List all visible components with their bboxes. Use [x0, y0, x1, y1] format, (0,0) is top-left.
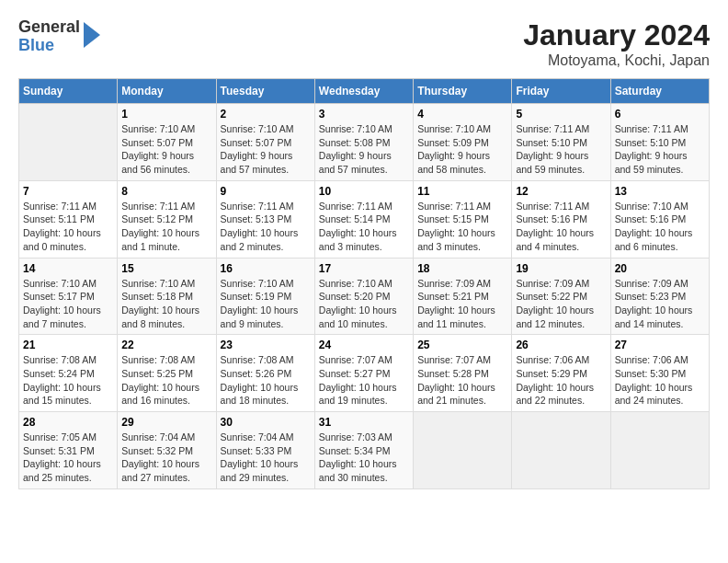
day-info: Sunrise: 7:09 AM Sunset: 5:23 PM Dayligh… — [615, 277, 705, 331]
day-cell: 11Sunrise: 7:11 AM Sunset: 5:15 PM Dayli… — [414, 180, 512, 258]
day-number: 29 — [121, 416, 211, 429]
day-cell: 27Sunrise: 7:06 AM Sunset: 5:30 PM Dayli… — [610, 335, 709, 412]
day-info: Sunrise: 7:05 AM Sunset: 5:31 PM Dayligh… — [23, 431, 113, 485]
calendar-subtitle: Motoyama, Kochi, Japan — [523, 52, 710, 69]
day-number: 13 — [615, 185, 705, 198]
day-cell: 29Sunrise: 7:04 AM Sunset: 5:32 PM Dayli… — [118, 412, 216, 489]
day-number: 21 — [23, 339, 113, 351]
header-cell-saturday: Saturday — [610, 79, 709, 104]
day-number: 3 — [319, 108, 409, 121]
day-number: 18 — [417, 262, 507, 275]
day-number: 23 — [221, 339, 311, 351]
day-number: 22 — [121, 339, 211, 351]
day-cell: 31Sunrise: 7:03 AM Sunset: 5:34 PM Dayli… — [314, 412, 413, 489]
page-header: General Blue January 2024 Motoyama, Koch… — [18, 18, 710, 69]
day-info: Sunrise: 7:07 AM Sunset: 5:27 PM Dayligh… — [319, 353, 409, 408]
day-number: 24 — [319, 339, 409, 351]
day-cell: 15Sunrise: 7:10 AM Sunset: 5:18 PM Dayli… — [118, 258, 216, 335]
day-cell: 4Sunrise: 7:10 AM Sunset: 5:09 PM Daylig… — [414, 104, 512, 181]
day-cell: 8Sunrise: 7:11 AM Sunset: 5:12 PM Daylig… — [118, 180, 216, 258]
day-cell: 13Sunrise: 7:10 AM Sunset: 5:16 PM Dayli… — [610, 180, 709, 258]
week-row-3: 14Sunrise: 7:10 AM Sunset: 5:17 PM Dayli… — [19, 258, 710, 335]
day-info: Sunrise: 7:07 AM Sunset: 5:28 PM Dayligh… — [417, 353, 507, 408]
logo: General Blue — [18, 18, 100, 55]
day-cell: 2Sunrise: 7:10 AM Sunset: 5:07 PM Daylig… — [216, 104, 314, 181]
day-cell: 6Sunrise: 7:11 AM Sunset: 5:10 PM Daylig… — [610, 104, 709, 181]
header-cell-sunday: Sunday — [19, 79, 118, 104]
day-number: 27 — [615, 339, 705, 351]
day-number: 20 — [615, 262, 705, 275]
day-info: Sunrise: 7:11 AM Sunset: 5:12 PM Dayligh… — [121, 200, 211, 254]
day-cell: 9Sunrise: 7:11 AM Sunset: 5:13 PM Daylig… — [216, 180, 314, 258]
day-cell: 3Sunrise: 7:10 AM Sunset: 5:08 PM Daylig… — [314, 104, 413, 181]
day-number: 25 — [417, 339, 507, 351]
day-number: 1 — [121, 108, 211, 121]
day-number: 2 — [221, 108, 311, 121]
week-row-1: 1Sunrise: 7:10 AM Sunset: 5:07 PM Daylig… — [19, 104, 710, 181]
day-number: 9 — [221, 185, 311, 198]
day-number: 19 — [516, 262, 606, 275]
day-cell — [610, 412, 709, 489]
day-info: Sunrise: 7:11 AM Sunset: 5:13 PM Dayligh… — [221, 200, 311, 254]
day-cell: 22Sunrise: 7:08 AM Sunset: 5:25 PM Dayli… — [118, 335, 216, 412]
day-info: Sunrise: 7:11 AM Sunset: 5:16 PM Dayligh… — [516, 200, 606, 254]
calendar-header: SundayMondayTuesdayWednesdayThursdayFrid… — [19, 79, 710, 104]
day-cell — [512, 412, 610, 489]
day-cell — [19, 104, 118, 181]
day-info: Sunrise: 7:10 AM Sunset: 5:20 PM Dayligh… — [319, 277, 409, 331]
day-info: Sunrise: 7:09 AM Sunset: 5:21 PM Dayligh… — [417, 277, 507, 331]
day-info: Sunrise: 7:09 AM Sunset: 5:22 PM Dayligh… — [516, 277, 606, 331]
day-number: 7 — [23, 185, 113, 198]
header-row: SundayMondayTuesdayWednesdayThursdayFrid… — [19, 79, 710, 104]
day-number: 26 — [516, 339, 606, 351]
day-number: 31 — [319, 416, 409, 429]
day-cell: 18Sunrise: 7:09 AM Sunset: 5:21 PM Dayli… — [414, 258, 512, 335]
day-cell: 10Sunrise: 7:11 AM Sunset: 5:14 PM Dayli… — [314, 180, 413, 258]
day-info: Sunrise: 7:06 AM Sunset: 5:29 PM Dayligh… — [516, 353, 606, 408]
day-cell — [414, 412, 512, 489]
day-info: Sunrise: 7:11 AM Sunset: 5:15 PM Dayligh… — [417, 200, 507, 254]
week-row-4: 21Sunrise: 7:08 AM Sunset: 5:24 PM Dayli… — [19, 335, 710, 412]
header-cell-monday: Monday — [118, 79, 216, 104]
day-number: 10 — [319, 185, 409, 198]
day-info: Sunrise: 7:08 AM Sunset: 5:24 PM Dayligh… — [23, 353, 113, 408]
header-cell-friday: Friday — [512, 79, 610, 104]
day-cell: 26Sunrise: 7:06 AM Sunset: 5:29 PM Dayli… — [512, 335, 610, 412]
week-row-5: 28Sunrise: 7:05 AM Sunset: 5:31 PM Dayli… — [19, 412, 710, 489]
day-number: 12 — [516, 185, 606, 198]
day-info: Sunrise: 7:06 AM Sunset: 5:30 PM Dayligh… — [615, 353, 705, 408]
day-info: Sunrise: 7:10 AM Sunset: 5:16 PM Dayligh… — [615, 200, 705, 254]
day-info: Sunrise: 7:10 AM Sunset: 5:18 PM Dayligh… — [121, 277, 211, 331]
day-cell: 21Sunrise: 7:08 AM Sunset: 5:24 PM Dayli… — [19, 335, 118, 412]
day-cell: 23Sunrise: 7:08 AM Sunset: 5:26 PM Dayli… — [216, 335, 314, 412]
logo-general: General — [18, 18, 80, 37]
header-cell-tuesday: Tuesday — [216, 79, 314, 104]
day-info: Sunrise: 7:11 AM Sunset: 5:10 PM Dayligh… — [516, 122, 606, 177]
day-info: Sunrise: 7:10 AM Sunset: 5:19 PM Dayligh… — [221, 277, 311, 331]
day-cell: 28Sunrise: 7:05 AM Sunset: 5:31 PM Dayli… — [19, 412, 118, 489]
day-cell: 12Sunrise: 7:11 AM Sunset: 5:16 PM Dayli… — [512, 180, 610, 258]
day-number: 5 — [516, 108, 606, 121]
day-cell: 1Sunrise: 7:10 AM Sunset: 5:07 PM Daylig… — [118, 104, 216, 181]
day-info: Sunrise: 7:04 AM Sunset: 5:33 PM Dayligh… — [221, 431, 311, 485]
day-cell: 30Sunrise: 7:04 AM Sunset: 5:33 PM Dayli… — [216, 412, 314, 489]
calendar-table: SundayMondayTuesdayWednesdayThursdayFrid… — [18, 78, 710, 489]
day-info: Sunrise: 7:11 AM Sunset: 5:10 PM Dayligh… — [615, 122, 705, 177]
day-cell: 19Sunrise: 7:09 AM Sunset: 5:22 PM Dayli… — [512, 258, 610, 335]
week-row-2: 7Sunrise: 7:11 AM Sunset: 5:11 PM Daylig… — [19, 180, 710, 258]
logo-arrow-icon — [84, 22, 100, 48]
day-cell: 20Sunrise: 7:09 AM Sunset: 5:23 PM Dayli… — [610, 258, 709, 335]
day-number: 11 — [417, 185, 507, 198]
logo-text: General Blue — [18, 18, 80, 55]
day-info: Sunrise: 7:10 AM Sunset: 5:07 PM Dayligh… — [121, 122, 211, 177]
day-cell: 14Sunrise: 7:10 AM Sunset: 5:17 PM Dayli… — [19, 258, 118, 335]
day-info: Sunrise: 7:10 AM Sunset: 5:08 PM Dayligh… — [319, 122, 409, 177]
logo-blue: Blue — [18, 37, 80, 55]
day-number: 28 — [23, 416, 113, 429]
day-cell: 16Sunrise: 7:10 AM Sunset: 5:19 PM Dayli… — [216, 258, 314, 335]
day-cell: 5Sunrise: 7:11 AM Sunset: 5:10 PM Daylig… — [512, 104, 610, 181]
day-cell: 7Sunrise: 7:11 AM Sunset: 5:11 PM Daylig… — [19, 180, 118, 258]
calendar-title: January 2024 — [523, 18, 710, 52]
day-number: 17 — [319, 262, 409, 275]
day-number: 16 — [221, 262, 311, 275]
